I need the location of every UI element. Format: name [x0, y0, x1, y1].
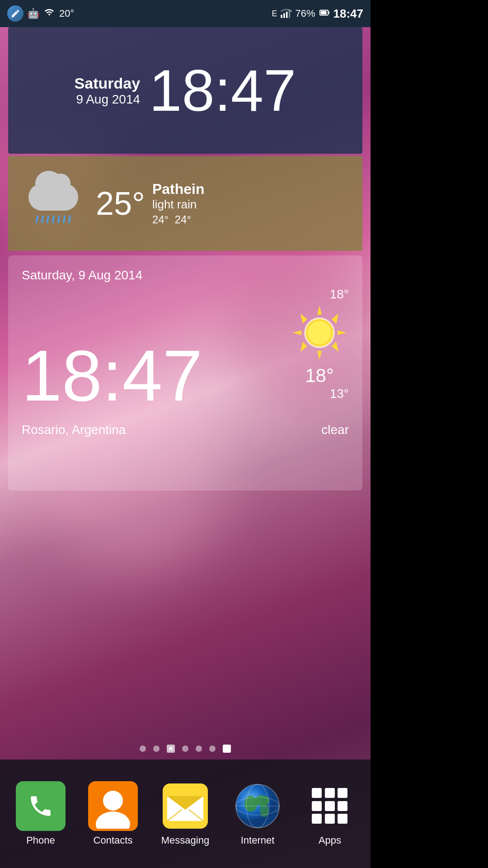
svg-rect-0 [281, 15, 283, 18]
svg-marker-14 [332, 342, 338, 352]
weather-city: Pathein [152, 181, 205, 198]
weather-condition: light rain [152, 198, 205, 212]
android-icon: 🤖 [27, 8, 39, 19]
apps-label: Apps [319, 835, 341, 846]
signal-icon [280, 6, 292, 21]
internet-app-icon[interactable] [233, 781, 282, 831]
cw-city: Rosario, Argentina [22, 423, 126, 437]
messaging-app-icon[interactable] [160, 781, 210, 831]
cw-time: 18:47 [22, 340, 202, 412]
cw-date: Saturday, 9 Aug 2014 [22, 268, 349, 283]
dock-item-messaging[interactable]: Messaging [154, 781, 217, 846]
svg-rect-6 [320, 11, 326, 14]
status-left-icons: 🤖 20° [7, 5, 74, 22]
svg-marker-9 [292, 330, 301, 335]
cw-condition: clear [321, 423, 349, 437]
apps-app-icon[interactable] [305, 781, 355, 831]
page-dot-2[interactable] [153, 745, 160, 752]
rain-cloud-icon [22, 184, 85, 223]
weather-widget[interactable]: 25° Pathein light rain 24° 24° [8, 156, 362, 251]
wifi-icon [43, 7, 56, 20]
clock-day-name: Saturday [75, 75, 141, 92]
dock-item-contacts[interactable]: Contacts [81, 781, 145, 846]
clock-date-num: 9 Aug 2014 [75, 92, 141, 107]
contacts-label: Contacts [94, 835, 133, 846]
status-right-icons: E 76% 18:47 [272, 6, 363, 21]
dock-item-phone[interactable]: Phone [9, 781, 72, 846]
svg-rect-2 [286, 12, 288, 18]
svg-rect-3 [289, 10, 291, 18]
dock-item-apps[interactable]: Apps [298, 781, 361, 846]
svg-rect-5 [328, 11, 329, 14]
cw-temp-high: 18° [330, 287, 349, 302]
weather-temp-main: 25° [96, 185, 145, 222]
page-dot-7[interactable] [223, 745, 231, 753]
page-dot-5[interactable] [196, 745, 202, 752]
dock: Phone Contacts Messaging [0, 760, 371, 868]
page-dot-1[interactable] [140, 745, 146, 752]
clock-date-widget[interactable]: Saturday 9 Aug 2014 18:47 [8, 27, 362, 154]
phone-app-icon[interactable] [16, 781, 66, 831]
svg-marker-8 [317, 351, 322, 360]
contacts-app-icon[interactable] [88, 781, 138, 831]
clock-time-big: 18:47 [149, 61, 296, 120]
cw-temp-low: 13° [330, 387, 349, 401]
svg-marker-13 [300, 342, 307, 352]
svg-marker-10 [338, 330, 347, 335]
page-dot-4[interactable] [182, 745, 188, 752]
page-dot-home[interactable] [167, 745, 175, 753]
status-time: 18:47 [333, 7, 364, 21]
cw-temp-current: 18° [305, 365, 334, 387]
svg-marker-11 [300, 314, 307, 324]
page-dot-6[interactable] [209, 745, 216, 752]
dock-item-internet[interactable]: Internet [226, 781, 289, 846]
network-type: E [272, 9, 277, 19]
phone-label: Phone [26, 835, 55, 846]
status-bar: 🤖 20° E 76% 18:47 [0, 0, 371, 27]
page-indicators [0, 745, 371, 753]
svg-point-18 [103, 791, 123, 811]
battery-percent: 76% [295, 8, 315, 19]
internet-label: Internet [241, 835, 275, 846]
svg-marker-12 [332, 314, 338, 324]
svg-rect-1 [284, 13, 286, 18]
temperature-display: 20° [59, 8, 74, 19]
sun-icon [290, 303, 349, 362]
clock-weather-widget[interactable]: Saturday, 9 Aug 2014 18:47 18° [8, 255, 362, 491]
notification-avatar [7, 5, 23, 22]
weather-minmax: 24° 24° [152, 213, 205, 226]
messaging-label: Messaging [161, 835, 209, 846]
battery-icon [318, 8, 331, 19]
svg-point-16 [308, 321, 331, 344]
svg-marker-7 [317, 306, 322, 315]
